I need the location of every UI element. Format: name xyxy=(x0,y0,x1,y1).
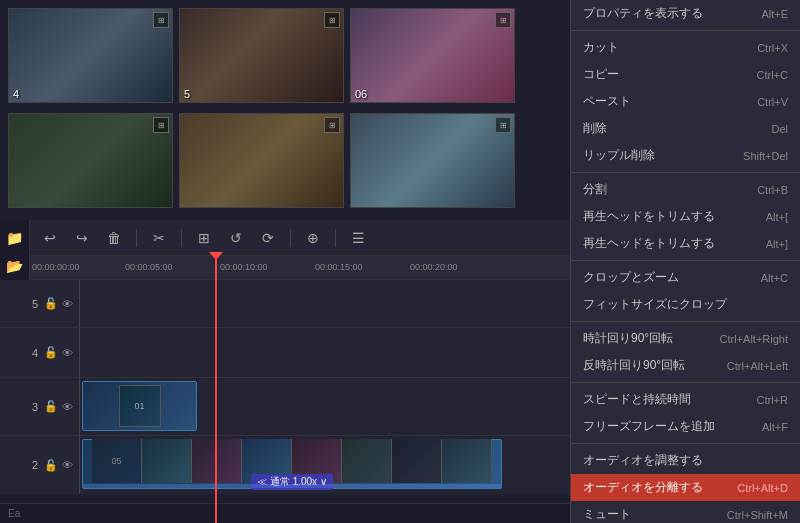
open-folder-icon[interactable]: 📂 xyxy=(5,256,25,276)
menu-item-label-18: ミュート xyxy=(583,506,631,523)
menu-item-0[interactable]: プロパティを表示するAlt+E xyxy=(571,0,800,27)
menu-item-12[interactable]: 時計回り90°回転Ctrl+Alt+Right xyxy=(571,325,800,352)
ruler-time-0: 00:00:00:00 xyxy=(32,262,80,272)
playhead[interactable] xyxy=(215,256,217,523)
thumbnail-8[interactable]: ⊞ xyxy=(179,113,344,208)
color-button[interactable]: ⟳ xyxy=(256,226,280,250)
menu-item-label-17: オーディオを分離する xyxy=(583,479,703,496)
menu-sep-after-13 xyxy=(571,382,800,383)
redo-button[interactable]: ↪ xyxy=(70,226,94,250)
track-2: 2 🔓 👁 05 ≪ 通常 1.00x ∨ xyxy=(0,436,570,494)
lock-icon-3[interactable]: 🔓 xyxy=(44,400,58,413)
ruler-marks: 00:00:00:00 00:00:05:00 00:00:10:00 00:0… xyxy=(30,256,570,279)
track-content-3[interactable]: 01 xyxy=(80,378,570,435)
menu-item-9[interactable]: 再生ヘッドをトリムするAlt+] xyxy=(571,230,800,257)
media-browser: ⊞ 4 ⊞ 5 ⊞ 06 ⊞ ⊞ ⊞ xyxy=(0,0,570,220)
eye-icon-2[interactable]: 👁 xyxy=(62,459,73,471)
delete-button[interactable]: 🗑 xyxy=(102,226,126,250)
ruler-time-3: 00:00:15:00 xyxy=(315,262,363,272)
menu-item-10[interactable]: クロップとズームAlt+C xyxy=(571,264,800,291)
menu-item-shortcut-8: Alt+[ xyxy=(766,211,788,223)
track-header-3: 3 🔓 👁 xyxy=(0,378,80,435)
menu-item-shortcut-15: Alt+F xyxy=(762,421,788,433)
track-content-2[interactable]: 05 ≪ 通常 1.00x ∨ xyxy=(80,436,570,494)
thumb-icon-6: ⊞ xyxy=(495,12,511,28)
menu-sep-after-6 xyxy=(571,172,800,173)
track-header-5: 5 🔓 👁 xyxy=(0,280,80,327)
cut-button[interactable]: ✂ xyxy=(147,226,171,250)
thumb-icon-8: ⊞ xyxy=(324,117,340,133)
track-header-4: 4 🔓 👁 xyxy=(0,328,80,377)
menu-button[interactable]: ☰ xyxy=(346,226,370,250)
menu-item-5[interactable]: 削除Del xyxy=(571,115,800,142)
thumbnail-7[interactable]: ⊞ xyxy=(8,113,173,208)
menu-item-label-13: 反時計回り90°回転 xyxy=(583,357,685,374)
folder-icon[interactable]: 📁 xyxy=(5,228,25,248)
menu-item-6[interactable]: リップル削除Shift+Del xyxy=(571,142,800,169)
menu-item-4[interactable]: ペーストCtrl+V xyxy=(571,88,800,115)
menu-item-7[interactable]: 分割Ctrl+B xyxy=(571,176,800,203)
add-button[interactable]: ⊕ xyxy=(301,226,325,250)
menu-item-shortcut-2: Ctrl+X xyxy=(757,42,788,54)
lock-icon-5[interactable]: 🔓 xyxy=(44,297,58,310)
thumb-icon-5: ⊞ xyxy=(324,12,340,28)
status-bar: Ea xyxy=(0,503,570,523)
track-number-2: 2 xyxy=(32,459,38,471)
video-clip-2[interactable]: 05 ≪ 通常 1.00x ∨ xyxy=(82,439,502,489)
thumbnail-9[interactable]: ⊞ xyxy=(350,113,515,208)
thumbnail-6[interactable]: ⊞ 06 xyxy=(350,8,515,103)
menu-item-shortcut-0: Alt+E xyxy=(761,8,788,20)
thumb-icon-4: ⊞ xyxy=(153,12,169,28)
crop-button[interactable]: ⊞ xyxy=(192,226,216,250)
video-clip-3[interactable]: 01 xyxy=(82,381,197,431)
menu-item-shortcut-6: Shift+Del xyxy=(743,150,788,162)
track-content-5[interactable] xyxy=(80,280,570,327)
separator-2 xyxy=(181,229,182,247)
menu-item-15[interactable]: フリーズフレームを追加Alt+F xyxy=(571,413,800,440)
menu-item-8[interactable]: 再生ヘッドをトリムするAlt+[ xyxy=(571,203,800,230)
menu-item-13[interactable]: 反時計回り90°回転Ctrl+Alt+Left xyxy=(571,352,800,379)
track-content-4[interactable] xyxy=(80,328,570,377)
menu-item-11[interactable]: フィットサイズにクロップ xyxy=(571,291,800,318)
menu-item-shortcut-3: Ctrl+C xyxy=(757,69,788,81)
eye-icon-3[interactable]: 👁 xyxy=(62,401,73,413)
eye-icon-5[interactable]: 👁 xyxy=(62,298,73,310)
ruler-time-1: 00:00:05:00 xyxy=(125,262,173,272)
track-header-2: 2 🔓 👁 xyxy=(0,436,80,494)
menu-item-label-3: コピー xyxy=(583,66,619,83)
menu-item-3[interactable]: コピーCtrl+C xyxy=(571,61,800,88)
menu-container: プロパティを表示するAlt+EカットCtrl+XコピーCtrl+CペーストCtr… xyxy=(571,0,800,523)
menu-item-shortcut-9: Alt+] xyxy=(766,238,788,250)
menu-item-14[interactable]: スピードと持続時間Ctrl+R xyxy=(571,386,800,413)
menu-item-17[interactable]: オーディオを分離するCtrl+Alt+D xyxy=(571,474,800,501)
thumb-label-4: 4 xyxy=(13,88,19,100)
menu-item-shortcut-5: Del xyxy=(771,123,788,135)
lock-icon-4[interactable]: 🔓 xyxy=(44,346,58,359)
lock-icon-2[interactable]: 🔓 xyxy=(44,459,58,472)
blue-highlight xyxy=(83,484,501,488)
menu-item-shortcut-12: Ctrl+Alt+Right xyxy=(720,333,788,345)
thumbnail-4[interactable]: ⊞ 4 xyxy=(8,8,173,103)
menu-item-label-10: クロップとズーム xyxy=(583,269,679,286)
menu-item-shortcut-13: Ctrl+Alt+Left xyxy=(727,360,788,372)
menu-item-label-2: カット xyxy=(583,39,619,56)
menu-item-label-8: 再生ヘッドをトリムする xyxy=(583,208,715,225)
thumbnail-5[interactable]: ⊞ 5 xyxy=(179,8,344,103)
menu-item-label-9: 再生ヘッドをトリムする xyxy=(583,235,715,252)
track-number-3: 3 xyxy=(32,401,38,413)
menu-item-label-0: プロパティを表示する xyxy=(583,5,703,22)
undo-button[interactable]: ↩ xyxy=(38,226,62,250)
menu-item-18[interactable]: ミュートCtrl+Shift+M xyxy=(571,501,800,523)
thumb-label-6: 06 xyxy=(355,88,367,100)
menu-item-label-16: オーディオを調整する xyxy=(583,452,703,469)
menu-sep-after-11 xyxy=(571,321,800,322)
toolbar: ↩ ↪ 🗑 ✂ ⊞ ↺ ⟳ ⊕ ☰ xyxy=(30,220,570,256)
ruler-time-2: 00:00:10:00 xyxy=(220,262,268,272)
eye-icon-4[interactable]: 👁 xyxy=(62,347,73,359)
menu-item-2[interactable]: カットCtrl+X xyxy=(571,34,800,61)
thumb-icon-9: ⊞ xyxy=(495,117,511,133)
timeline-ruler: 00:00:00:00 00:00:05:00 00:00:10:00 00:0… xyxy=(30,256,570,280)
menu-item-16[interactable]: オーディオを調整する xyxy=(571,447,800,474)
rotate-button[interactable]: ↺ xyxy=(224,226,248,250)
timeline-area: 5 🔓 👁 4 🔓 👁 3 🔓 👁 01 xyxy=(0,280,570,523)
